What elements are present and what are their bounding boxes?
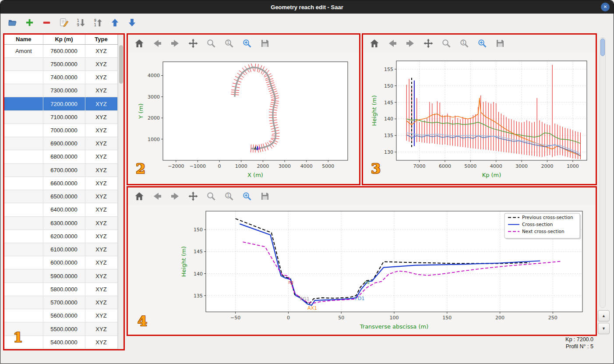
svg-text:3000: 3000 xyxy=(148,94,160,100)
back-button[interactable] xyxy=(386,37,399,49)
zoom-original-button[interactable] xyxy=(458,37,470,49)
table-row[interactable]: 6500.0000XYZ xyxy=(4,190,117,203)
zoom-select-button[interactable] xyxy=(476,37,488,49)
forward-icon xyxy=(170,38,180,49)
svg-text:135: 135 xyxy=(194,293,203,299)
table-row[interactable]: 6100.0000XYZ xyxy=(4,243,117,256)
table-row[interactable]: 6700.0000XYZ xyxy=(4,163,117,177)
table-row[interactable]: 6600.0000XYZ xyxy=(4,177,117,190)
close-button[interactable]: ✕ xyxy=(601,3,610,11)
svg-text:rg: rg xyxy=(288,279,293,285)
zoom-original-button[interactable] xyxy=(223,37,235,49)
col-header-name[interactable]: Name xyxy=(4,35,43,44)
svg-text:1000: 1000 xyxy=(567,163,579,169)
table-row[interactable]: 7400.0000XYZ xyxy=(4,71,117,84)
svg-text:1000: 1000 xyxy=(235,163,247,169)
pan-button[interactable] xyxy=(187,190,199,202)
down-arrow-icon: ▼ xyxy=(602,326,606,331)
cross-section-profile-chart[interactable]: −50050100150200250135140145150rgrdFG1AX1… xyxy=(128,205,596,335)
svg-text:FG1: FG1 xyxy=(300,296,310,302)
table-scrollbar-thumb[interactable] xyxy=(119,45,123,84)
home-button[interactable] xyxy=(133,37,145,49)
svg-text:6000: 6000 xyxy=(439,163,451,169)
table-row[interactable]: 6900.0000XYZ xyxy=(4,137,117,150)
vertical-scrollbar[interactable] xyxy=(600,37,606,308)
pan-button[interactable] xyxy=(187,37,199,49)
col-header-kp[interactable]: Kp (m) xyxy=(43,35,85,44)
back-button[interactable] xyxy=(151,37,163,49)
close-icon: ✕ xyxy=(603,4,607,9)
move-up-button[interactable] xyxy=(109,17,121,28)
sort-desc-icon xyxy=(93,18,103,28)
table-row[interactable]: 7500.0000XYZ xyxy=(4,57,117,71)
table-row[interactable]: 5600.0000XYZ xyxy=(4,309,117,322)
table-row[interactable]: 7200.0000XYZ xyxy=(4,97,117,110)
save-figure-button[interactable] xyxy=(259,190,271,202)
table-row[interactable]: 7300.0000XYZ xyxy=(4,84,117,97)
svg-text:5000: 5000 xyxy=(322,163,334,169)
svg-text:Cross-section: Cross-section xyxy=(522,222,553,227)
vertical-scrollbar-thumb[interactable] xyxy=(600,39,605,56)
forward-button[interactable] xyxy=(404,37,416,49)
edit-cross-section-button[interactable] xyxy=(58,17,70,28)
status-kp: Kp : 7200.0 xyxy=(565,336,593,343)
pan-icon xyxy=(188,191,198,201)
svg-text:−1000: −1000 xyxy=(190,163,206,169)
table-scrollbar[interactable] xyxy=(118,35,124,349)
forward-button[interactable] xyxy=(169,37,181,49)
zoom-select-button[interactable] xyxy=(241,190,253,202)
back-button[interactable] xyxy=(151,190,163,202)
table-row[interactable]: Amont7600.0000XYZ xyxy=(4,44,117,57)
edit-icon xyxy=(59,18,69,28)
zoom-icon xyxy=(441,38,452,49)
move-down-button[interactable] xyxy=(126,17,138,28)
home-button[interactable] xyxy=(368,37,381,49)
table-row[interactable]: 6000.0000XYZ xyxy=(4,256,117,269)
callout-1: 1 xyxy=(13,329,23,346)
longitudinal-profile-chart[interactable]: 7000600050004000300020001000130135140145… xyxy=(363,52,596,184)
plan-view-chart[interactable]: −2000−1000010002000300040005000100020003… xyxy=(128,52,359,184)
table-row[interactable]: 6800.0000XYZ xyxy=(4,150,117,163)
svg-text:200: 200 xyxy=(495,315,505,321)
svg-text:135: 135 xyxy=(384,133,393,138)
col-header-type[interactable]: Type xyxy=(85,35,117,44)
table-row[interactable]: 7000.0000XYZ xyxy=(4,124,117,137)
svg-text:145: 145 xyxy=(384,100,393,106)
save-figure-button[interactable] xyxy=(494,37,506,49)
open-icon xyxy=(7,18,18,28)
sort-ascending-button[interactable] xyxy=(75,17,87,28)
save-figure-button[interactable] xyxy=(259,37,271,49)
svg-text:3000: 3000 xyxy=(515,163,528,169)
pan-button[interactable] xyxy=(422,37,434,49)
save-icon xyxy=(260,38,270,49)
table-row[interactable]: 6300.0000XYZ xyxy=(4,216,117,230)
cross-section-profile-toolbar xyxy=(128,187,596,205)
table-row[interactable]: 6200.0000XYZ xyxy=(4,230,117,243)
open-geometry-button[interactable] xyxy=(7,17,18,28)
table-row[interactable]: 5800.0000XYZ xyxy=(4,283,117,296)
add-cross-section-button[interactable] xyxy=(24,17,35,28)
zoom-select-button[interactable] xyxy=(241,37,253,49)
pan-icon xyxy=(188,38,198,49)
titlebar[interactable]: Geometry reach edit - Saar ✕ xyxy=(0,0,614,14)
svg-text:4000: 4000 xyxy=(300,163,313,169)
delete-cross-section-button[interactable] xyxy=(41,17,53,28)
zoom-button[interactable] xyxy=(205,37,217,49)
table-row[interactable]: 7100.0000XYZ xyxy=(4,110,117,124)
table-header-row: Name Kp (m) Type xyxy=(4,35,117,44)
table-row[interactable]: 5900.0000XYZ xyxy=(4,269,117,283)
table-row[interactable]: 5700.0000XYZ xyxy=(4,296,117,309)
zoom-button[interactable] xyxy=(440,37,452,49)
forward-button[interactable] xyxy=(169,190,181,202)
zoom-one-icon xyxy=(459,38,469,49)
svg-text:150: 150 xyxy=(384,83,393,89)
scroll-up-button[interactable]: ▲ xyxy=(598,310,610,322)
plan-view-toolbar xyxy=(128,35,359,52)
home-button[interactable] xyxy=(133,190,145,202)
scroll-down-button[interactable]: ▼ xyxy=(598,323,610,334)
zoom-button[interactable] xyxy=(205,190,217,202)
sort-descending-button[interactable] xyxy=(92,17,104,28)
zoom-plus-icon xyxy=(477,38,487,49)
table-row[interactable]: 6400.0000XYZ xyxy=(4,203,117,216)
zoom-original-button[interactable] xyxy=(223,190,235,202)
